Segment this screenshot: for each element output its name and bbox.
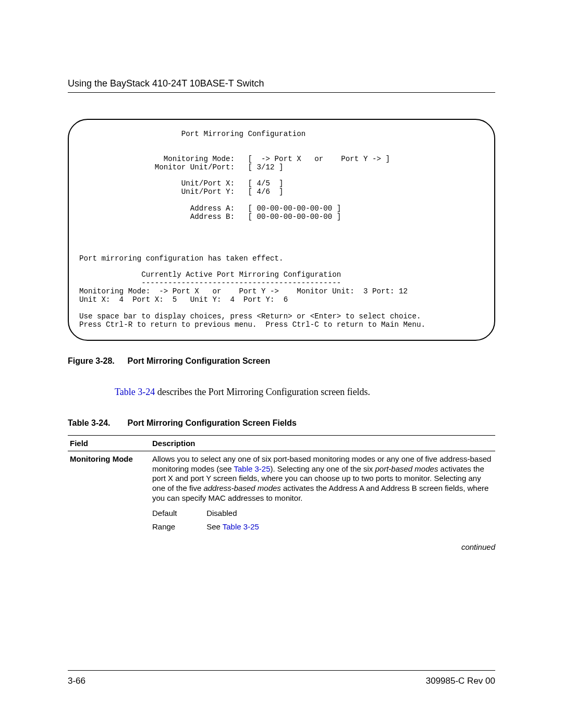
default-value: Disabled xyxy=(206,509,237,517)
header-description: Description xyxy=(150,435,495,451)
paragraph-text: describes the Port Mirroring Configurati… xyxy=(155,387,370,397)
field-name: Monitoring Mode xyxy=(68,451,150,506)
terminal-screen: Port Mirroring Configuration Monitoring … xyxy=(68,119,495,341)
figure-caption: Figure 3-28. Port Mirroring Configuratio… xyxy=(68,356,495,366)
field-description: Allows you to select any one of six port… xyxy=(150,451,495,506)
table-title: Port Mirroring Configuration Screen Fiel… xyxy=(127,418,296,427)
header-field: Field xyxy=(68,435,150,451)
body-paragraph: Table 3-24 describes the Port Mirroring … xyxy=(115,387,495,398)
range-cell: Range See Table 3-25 xyxy=(150,520,495,534)
default-label: Default xyxy=(152,509,204,519)
continued-label: continued xyxy=(68,542,495,551)
table-caption: Table 3-24. Port Mirroring Configuration… xyxy=(68,418,495,428)
table-row: Monitoring Mode Allows you to select any… xyxy=(68,451,495,506)
table-row: Range See Table 3-25 xyxy=(68,520,495,534)
footer-rule xyxy=(68,670,495,671)
footer: 3-66 309985-C Rev 00 xyxy=(68,670,495,686)
default-cell: Default Disabled xyxy=(150,507,495,521)
page: Using the BayStack 410-24T 10BASE-T Swit… xyxy=(0,0,563,728)
page-number: 3-66 xyxy=(68,676,85,686)
field-table: Field Description Monitoring Mode Allows… xyxy=(68,435,495,534)
range-link[interactable]: Table 3-25 xyxy=(223,522,259,531)
figure-title: Port Mirroring Configuration Screen xyxy=(127,356,270,365)
table-number: Table 3-24. xyxy=(68,418,125,428)
header-rule xyxy=(68,92,495,93)
range-prefix: See xyxy=(206,522,223,531)
table-link[interactable]: Table 3-24 xyxy=(115,387,155,397)
range-label: Range xyxy=(152,522,204,532)
doc-id: 309985-C Rev 00 xyxy=(426,676,495,686)
header-title: Using the BayStack 410-24T 10BASE-T Swit… xyxy=(68,78,495,89)
table-header-row: Field Description xyxy=(68,435,495,451)
table-link-inline[interactable]: Table 3-25 xyxy=(234,464,270,473)
figure-number: Figure 3-28. xyxy=(68,356,125,366)
table-row: Default Disabled xyxy=(68,507,495,521)
